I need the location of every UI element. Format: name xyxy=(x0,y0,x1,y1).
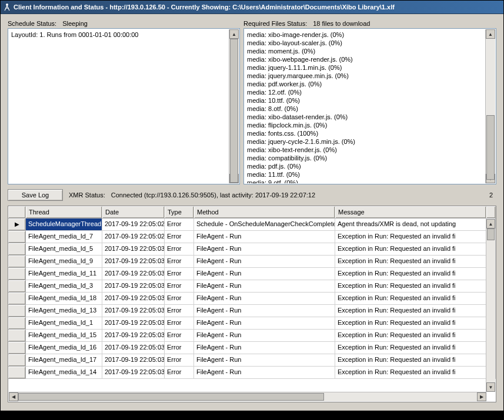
table-row[interactable]: FileAgent_media_Id_132017-09-19 22:05:03… xyxy=(8,305,496,317)
schedule-status-value: Sleeping xyxy=(62,20,88,27)
row-selector[interactable] xyxy=(8,317,26,330)
table-row[interactable]: FileAgent_media_Id_172017-09-19 22:05:03… xyxy=(8,354,496,367)
schedule-scrollbar[interactable]: ▲ ▼ xyxy=(229,29,239,183)
scroll-left-icon[interactable]: ◀ xyxy=(9,392,18,401)
table-row[interactable]: FileAgent_media_Id_12017-09-19 22:05:03E… xyxy=(8,317,496,330)
table-row[interactable]: FileAgent_media_Id_92017-09-19 22:05:03E… xyxy=(8,256,496,268)
cell-type: Error xyxy=(165,367,194,379)
cell-message: Exception in Run: Requested an invalid f… xyxy=(335,268,486,280)
row-selector[interactable] xyxy=(8,354,26,367)
grid-vertical-scrollbar[interactable]: ▲ ▼ xyxy=(486,219,495,392)
row-selector[interactable] xyxy=(8,367,26,379)
required-files-value: 18 files to download xyxy=(313,20,370,27)
grid-horizontal-scrollbar[interactable]: ◀ ▶ xyxy=(9,392,486,401)
col-method[interactable]: Method xyxy=(194,206,335,218)
cell-date: 2017-09-19 22:05:03 xyxy=(102,293,165,305)
cell-date: 2017-09-19 22:05:03 xyxy=(102,268,165,280)
cell-message: Exception in Run: Requested an invalid f… xyxy=(335,305,486,317)
table-row[interactable]: FileAgent_media_Id_32017-09-19 22:05:03E… xyxy=(8,280,496,293)
cell-type: Error xyxy=(165,231,194,243)
cell-date: 2017-09-19 22:05:03 xyxy=(102,354,165,367)
cell-method: FileAgent - Run xyxy=(194,342,335,354)
grid-header[interactable]: Thread Date Type Method Message xyxy=(8,206,496,219)
col-date[interactable]: Date xyxy=(102,206,165,218)
svg-point-0 xyxy=(6,4,8,6)
xmr-status-label: XMR Status: xyxy=(69,191,105,199)
cell-type: Error xyxy=(165,256,194,268)
cell-type: Error xyxy=(165,330,194,342)
cell-message: Exception in Run: Requested an invalid f… xyxy=(335,243,486,256)
cell-method: FileAgent - Run xyxy=(194,330,335,342)
required-files-box[interactable]: media: xibo-image-render.js. (0%) media:… xyxy=(243,28,496,184)
col-spacer xyxy=(486,206,496,218)
cell-method: FileAgent - Run xyxy=(194,231,335,243)
scroll-thumb[interactable] xyxy=(487,229,495,240)
row-selector[interactable] xyxy=(8,305,26,317)
row-selector-header[interactable] xyxy=(8,206,26,218)
table-row[interactable]: FileAgent_media_Id_112017-09-19 22:05:03… xyxy=(8,268,496,280)
col-thread[interactable]: Thread xyxy=(26,206,102,218)
table-row[interactable]: FileAgent_media_Id_142017-09-19 22:05:03… xyxy=(8,367,496,379)
cell-type: Error xyxy=(165,305,194,317)
cell-date: 2017-09-19 22:05:03 xyxy=(102,317,165,330)
row-selector[interactable]: ▶ xyxy=(8,219,26,231)
scroll-right-icon[interactable]: ▶ xyxy=(477,392,486,401)
scroll-down-icon[interactable]: ▼ xyxy=(486,382,495,392)
scroll-thumb[interactable] xyxy=(486,115,495,180)
row-selector[interactable] xyxy=(8,293,26,305)
required-files-scrollbar[interactable]: ▲ ▼ xyxy=(485,29,495,183)
cell-message: Exception in Run: Requested an invalid f… xyxy=(335,317,486,330)
cell-type: Error xyxy=(165,268,194,280)
col-type[interactable]: Type xyxy=(165,206,194,218)
row-selector[interactable] xyxy=(8,268,26,280)
xmr-count: 2 xyxy=(489,191,496,199)
scroll-thumb[interactable] xyxy=(18,393,324,401)
table-row[interactable]: FileAgent_media_Id_162017-09-19 22:05:03… xyxy=(8,342,496,354)
cell-message: Exception in Run: Requested an invalid f… xyxy=(335,367,486,379)
table-row[interactable]: FileAgent_media_Id_72017-09-19 22:05:02E… xyxy=(8,231,496,243)
table-row[interactable]: FileAgent_media_Id_152017-09-19 22:05:03… xyxy=(8,330,496,342)
cell-thread: ScheduleManagerThread xyxy=(26,219,102,231)
cell-method: FileAgent - Run xyxy=(194,268,335,280)
schedule-box[interactable]: LayoutId: 1. Runs from 0001-01-01 00:00:… xyxy=(8,28,240,184)
cell-date: 2017-09-19 22:05:03 xyxy=(102,330,165,342)
cell-type: Error xyxy=(165,354,194,367)
scroll-thumb[interactable] xyxy=(230,39,238,183)
scroll-up-icon[interactable]: ▲ xyxy=(486,29,495,39)
cell-date: 2017-09-19 22:05:03 xyxy=(102,367,165,379)
cell-method: FileAgent - Run xyxy=(194,317,335,330)
table-row[interactable]: ▶ScheduleManagerThread2017-09-19 22:05:0… xyxy=(8,219,496,231)
cell-message: Exception in Run: Requested an invalid f… xyxy=(335,256,486,268)
row-selector[interactable] xyxy=(8,231,26,243)
cell-thread: FileAgent_media_Id_15 xyxy=(26,330,102,342)
cell-thread: FileAgent_media_Id_11 xyxy=(26,268,102,280)
titlebar[interactable]: Client Information and Status - http://1… xyxy=(1,1,503,14)
save-log-button[interactable]: Save Log xyxy=(8,189,63,201)
cell-method: FileAgent - Run xyxy=(194,354,335,367)
log-grid[interactable]: Thread Date Type Method Message ▶Schedul… xyxy=(8,206,496,402)
cell-method: FileAgent - Run xyxy=(194,243,335,256)
row-selector[interactable] xyxy=(8,330,26,342)
cell-date: 2017-09-19 22:05:03 xyxy=(102,280,165,293)
app-icon xyxy=(3,3,11,11)
cell-type: Error xyxy=(165,219,194,231)
row-selector[interactable] xyxy=(8,243,26,256)
cell-thread: FileAgent_media_Id_9 xyxy=(26,256,102,268)
table-row[interactable]: FileAgent_media_Id_52017-09-19 22:05:03E… xyxy=(8,243,496,256)
row-selector[interactable] xyxy=(8,280,26,293)
col-message[interactable]: Message xyxy=(335,206,486,218)
row-selector[interactable] xyxy=(8,256,26,268)
scroll-up-icon[interactable]: ▲ xyxy=(229,29,239,39)
cell-thread: FileAgent_media_Id_1 xyxy=(26,317,102,330)
cell-thread: FileAgent_media_Id_5 xyxy=(26,243,102,256)
cell-thread: FileAgent_media_Id_3 xyxy=(26,280,102,293)
table-row[interactable]: FileAgent_media_Id_182017-09-19 22:05:03… xyxy=(8,293,496,305)
grid-body[interactable]: ▶ScheduleManagerThread2017-09-19 22:05:0… xyxy=(8,219,496,402)
cell-method: FileAgent - Run xyxy=(194,280,335,293)
row-selector[interactable] xyxy=(8,342,26,354)
cell-thread: FileAgent_media_Id_7 xyxy=(26,231,102,243)
required-files-text: media: xibo-image-render.js. (0%) media:… xyxy=(245,29,485,183)
scroll-up-icon[interactable]: ▲ xyxy=(486,219,495,229)
cell-message: Exception in Run: Requested an invalid f… xyxy=(335,330,486,342)
content-area: Schedule Status: Sleeping LayoutId: 1. R… xyxy=(1,14,503,411)
